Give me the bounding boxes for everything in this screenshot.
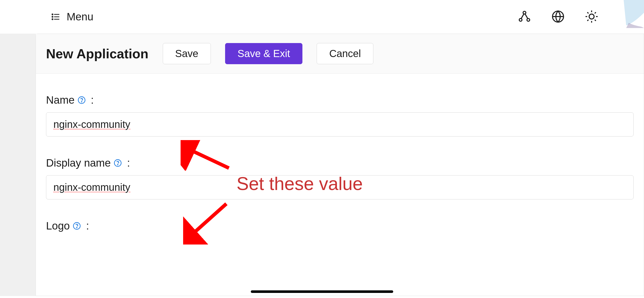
top-nav: Menu	[0, 0, 644, 34]
form-body: Name : Display name	[36, 74, 644, 263]
logo-field-group: Logo :	[46, 220, 634, 232]
globe-icon	[551, 10, 565, 24]
display-name-label-text: Display name	[46, 157, 111, 169]
name-label-text: Name	[46, 94, 75, 106]
menu-button[interactable]: Menu	[51, 11, 93, 23]
label-colon: :	[91, 94, 94, 106]
theme-icon-button[interactable]	[585, 10, 598, 23]
page-corner-fold	[624, 0, 644, 28]
name-input[interactable]	[46, 112, 634, 137]
label-colon: :	[86, 220, 89, 232]
main-container: New Application Save Save & Exit Cancel …	[0, 34, 644, 296]
page-title: New Application	[46, 46, 149, 61]
help-icon[interactable]	[73, 222, 81, 230]
svg-point-0	[52, 14, 53, 15]
page-header: New Application Save Save & Exit Cancel	[36, 34, 644, 74]
menu-icon	[51, 12, 61, 22]
display-name-field-group: Display name :	[46, 157, 634, 199]
logo-label: Logo :	[46, 220, 634, 232]
cancel-button[interactable]: Cancel	[317, 43, 373, 64]
help-icon[interactable]	[78, 96, 86, 104]
name-field-group: Name :	[46, 94, 634, 137]
menu-label: Menu	[67, 11, 93, 23]
display-name-label: Display name :	[46, 157, 634, 169]
svg-line-16	[587, 12, 589, 13]
nav-icons	[518, 10, 598, 23]
globe-icon-button[interactable]	[551, 10, 565, 23]
svg-point-23	[81, 102, 82, 102]
svg-point-25	[118, 165, 118, 165]
home-indicator	[251, 290, 393, 293]
name-label: Name :	[46, 94, 634, 106]
svg-line-9	[521, 14, 524, 19]
svg-line-20	[587, 20, 589, 21]
svg-line-17	[595, 20, 596, 21]
share-icon	[518, 10, 531, 24]
save-exit-button[interactable]: Save & Exit	[225, 43, 303, 64]
svg-point-2	[52, 16, 53, 17]
label-colon: :	[127, 157, 130, 169]
svg-line-10	[525, 14, 528, 19]
logo-label-text: Logo	[46, 220, 70, 232]
sun-icon	[585, 10, 598, 24]
svg-point-27	[77, 227, 77, 228]
page-card: New Application Save Save & Exit Cancel …	[36, 34, 644, 296]
save-button[interactable]: Save	[163, 43, 211, 64]
svg-point-13	[589, 14, 594, 19]
svg-line-21	[595, 12, 596, 13]
svg-point-7	[519, 18, 522, 21]
help-icon[interactable]	[114, 159, 122, 167]
svg-point-8	[527, 18, 530, 21]
svg-point-4	[52, 19, 53, 20]
display-name-input[interactable]	[46, 175, 634, 199]
share-icon-button[interactable]	[518, 10, 531, 23]
